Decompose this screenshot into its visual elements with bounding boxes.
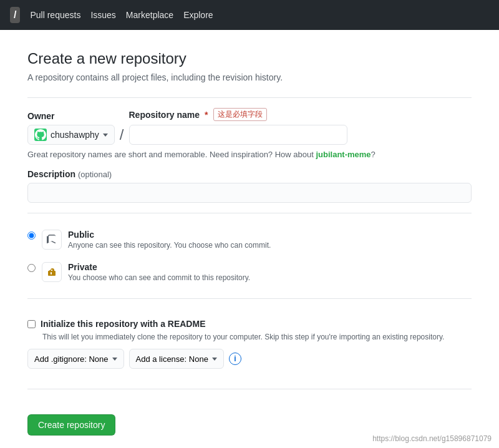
description-optional: (optional) — [78, 170, 112, 179]
public-icon-box — [42, 230, 62, 250]
public-content: Public Anyone can see this repository. Y… — [68, 230, 472, 250]
marketplace-link[interactable]: Marketplace — [126, 10, 173, 20]
license-dropdown[interactable]: Add a license: None — [129, 349, 224, 369]
readme-label[interactable]: Initialize this repository with a README — [41, 319, 205, 329]
page-subtitle: A repository contains all project files,… — [27, 72, 472, 82]
repo-name-label: Repository name — [129, 110, 200, 120]
gitignore-label: Add .gitignore: None — [34, 354, 109, 364]
owner-name: chushawphy — [51, 130, 99, 140]
description-group: Description (optional) — [27, 169, 472, 203]
readme-desc: This will let you immediately clone the … — [42, 333, 472, 341]
navbar: / Pull requests Issues Marketplace Explo… — [0, 0, 499, 30]
footer-url: https://blog.csdn.net/g15896871079 — [372, 434, 492, 443]
private-radio[interactable] — [27, 264, 36, 272]
license-label: Add a license: None — [136, 354, 208, 364]
owner-label: Owner — [27, 111, 115, 121]
repo-name-group: Repository name * 这是必填字段 — [129, 108, 347, 145]
private-title: Private — [68, 262, 472, 272]
owner-caret-icon — [103, 134, 108, 137]
create-repository-button[interactable]: Create repository — [27, 414, 115, 436]
nav-item-marketplace[interactable]: Marketplace — [126, 10, 173, 20]
required-star: * — [205, 110, 208, 120]
public-desc: Anyone can see this repository. You choo… — [68, 241, 472, 250]
visibility-section: Public Anyone can see this repository. Y… — [27, 223, 472, 288]
private-option: Private You choose who can see and commi… — [27, 256, 472, 288]
bottom-divider — [27, 389, 472, 389]
repo-name-label-row: Repository name * 这是必填字段 — [129, 108, 347, 121]
info-icon[interactable]: i — [229, 353, 241, 365]
mid-divider2 — [27, 298, 472, 299]
logo-slash: / — [14, 9, 16, 21]
readme-section: Initialize this repository with a README… — [27, 309, 472, 379]
description-label-text: Description — [27, 169, 75, 179]
mid-divider1 — [27, 213, 472, 213]
nav-item-issues[interactable]: Issues — [90, 10, 115, 20]
pull-requests-link[interactable]: Pull requests — [30, 10, 80, 20]
private-desc: You choose who can see and commit to thi… — [68, 273, 472, 282]
hint-text: Great repository names are short and mem… — [27, 150, 472, 159]
issues-link[interactable]: Issues — [90, 10, 115, 20]
dropdown-row: Add .gitignore: None Add a license: None… — [27, 349, 472, 369]
nav-item-pull-requests[interactable]: Pull requests — [30, 10, 80, 20]
nav-links: Pull requests Issues Marketplace Explore — [30, 10, 213, 20]
hint-prefix: Great repository names are short and mem… — [27, 150, 316, 159]
required-badge: 这是必填字段 — [213, 108, 267, 121]
hint-suffix: ? — [371, 150, 375, 159]
private-content: Private You choose who can see and commi… — [68, 262, 472, 282]
top-divider — [27, 97, 472, 98]
public-title: Public — [68, 230, 472, 240]
avatar-icon — [35, 129, 46, 140]
hint-suggestion-link[interactable]: jubilant-meme — [316, 150, 371, 159]
name-separator: / — [120, 125, 124, 145]
lock-icon — [47, 267, 57, 277]
page-title: Create a new repository — [27, 50, 472, 67]
readme-checkbox[interactable] — [27, 320, 36, 328]
description-label: Description (optional) — [27, 169, 472, 179]
gitignore-caret-icon — [112, 358, 117, 361]
readme-checkbox-row: Initialize this repository with a README — [27, 319, 472, 329]
repo-name-input[interactable] — [129, 125, 347, 145]
main-content: Create a new repository A repository con… — [12, 50, 487, 436]
nav-item-explore[interactable]: Explore — [183, 10, 213, 20]
book-icon — [47, 235, 57, 245]
explore-link[interactable]: Explore — [183, 10, 213, 20]
license-caret-icon — [212, 358, 217, 361]
public-option: Public Anyone can see this repository. Y… — [27, 223, 472, 256]
description-input[interactable] — [27, 183, 472, 203]
owner-repo-row: Owner chushawphy / Repository name * 这是必… — [27, 108, 472, 145]
owner-avatar — [34, 129, 47, 141]
github-logo[interactable]: / — [10, 7, 20, 23]
gitignore-dropdown[interactable]: Add .gitignore: None — [27, 349, 124, 369]
public-radio[interactable] — [27, 231, 36, 240]
owner-dropdown[interactable]: chushawphy — [27, 125, 115, 145]
private-icon-box — [42, 262, 62, 282]
owner-group: Owner chushawphy — [27, 111, 115, 145]
